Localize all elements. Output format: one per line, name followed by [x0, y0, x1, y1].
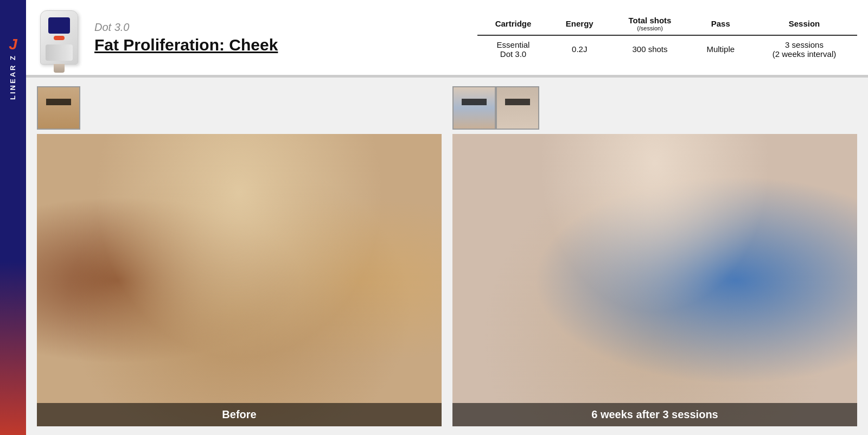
col-pass: Pass [690, 12, 751, 35]
device-button [54, 36, 65, 40]
after-thumbnails [452, 86, 857, 130]
device-screen [48, 17, 70, 34]
col-energy: Energy [549, 12, 610, 35]
header: Dot 3.0 Fat Proliferation: Cheek Cartrid… [26, 0, 868, 76]
cell-total-shots: 300 shots [610, 35, 690, 63]
device-image [35, 8, 84, 67]
before-photo: Before [37, 134, 442, 426]
before-label: Before [37, 403, 442, 426]
main-content: Dot 3.0 Fat Proliferation: Cheek Cartrid… [26, 0, 868, 435]
before-thumbnail [37, 86, 80, 130]
before-thumbnails [37, 86, 442, 130]
after-thumb-face-1 [454, 87, 495, 129]
after-label: 6 weeks after 3 sessions [452, 403, 857, 426]
col-cartridge: Cartridge [477, 12, 549, 35]
col-session: Session [751, 12, 857, 35]
after-thumbnail-1 [452, 86, 496, 130]
col-total-shots: Total shots (/session) [610, 12, 690, 35]
cell-session: 3 sessions (2 weeks interval) [751, 35, 857, 63]
after-eyes-bar-2 [505, 99, 530, 105]
photo-content: Before 6 weeks after 3 sessions [26, 78, 868, 435]
device-subtitle: Dot 3.0 [94, 21, 477, 34]
info-table-area: Cartridge Energy Total shots (/session) … [477, 12, 857, 63]
logo-j: J [9, 37, 17, 52]
after-panel: 6 weeks after 3 sessions [452, 86, 857, 426]
logo-area: J LINEAR Z [9, 37, 17, 100]
page-title: Fat Proliferation: Cheek [94, 36, 477, 54]
after-thumbnail-2 [496, 86, 539, 130]
table-row: Essential Dot 3.0 0.2J 300 shots Multipl… [477, 35, 857, 63]
before-thumb-face [38, 87, 79, 129]
device-grip [46, 44, 73, 61]
logo-brand: LINEAR Z [9, 54, 17, 100]
cell-cartridge: Essential Dot 3.0 [477, 35, 549, 63]
after-photo: 6 weeks after 3 sessions [452, 134, 857, 426]
info-table: Cartridge Energy Total shots (/session) … [477, 12, 857, 63]
after-eyes-bar [462, 99, 487, 105]
cell-energy: 0.2J [549, 35, 610, 63]
before-eyes-bar [46, 99, 71, 105]
after-thumb-face-2 [497, 87, 538, 129]
device-shape [40, 10, 78, 65]
title-area: Dot 3.0 Fat Proliferation: Cheek [94, 21, 477, 54]
before-panel: Before [37, 86, 442, 426]
cell-pass: Multiple [690, 35, 751, 63]
sidebar: J LINEAR Z [0, 0, 26, 435]
